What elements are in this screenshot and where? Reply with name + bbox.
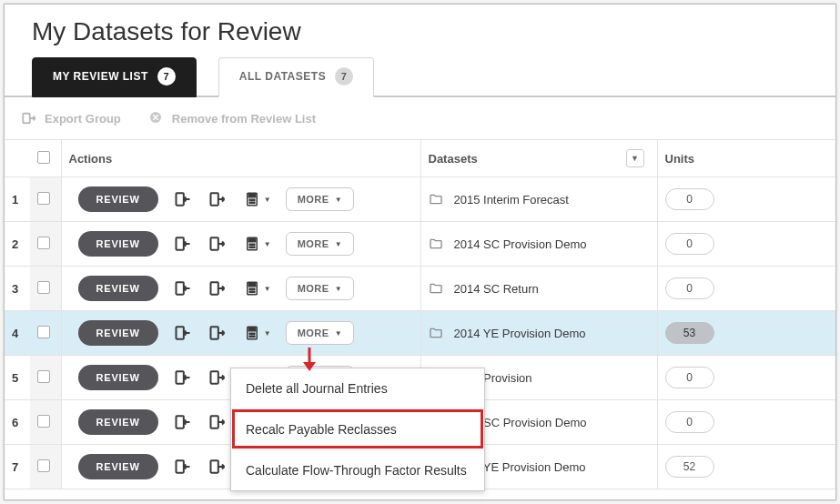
svg-rect-12 xyxy=(176,237,183,249)
row-checkbox[interactable] xyxy=(30,445,61,489)
svg-point-37 xyxy=(251,333,253,335)
svg-point-9 xyxy=(249,202,251,204)
tab-label: ALL DATASETS xyxy=(239,70,326,83)
units-cell: 0 xyxy=(657,222,835,267)
table-row: 2REVIEW▼MORE ▼2014 SC Provision Demo0 xyxy=(5,222,835,267)
svg-point-19 xyxy=(249,247,251,248)
import-icon[interactable] xyxy=(173,412,193,432)
more-button[interactable]: MORE ▼ xyxy=(286,321,354,345)
more-button[interactable]: MORE ▼ xyxy=(286,232,354,256)
import-icon[interactable] xyxy=(173,323,193,343)
table-row: 1REVIEW▼MORE ▼2015 Interim Forecast0 xyxy=(5,177,835,222)
units-pill[interactable]: 52 xyxy=(665,456,714,478)
folder-icon xyxy=(429,326,443,340)
units-cell: 53 xyxy=(657,311,835,356)
units-cell: 52 xyxy=(657,445,835,489)
units-pill[interactable]: 53 xyxy=(665,322,714,344)
row-checkbox[interactable] xyxy=(30,400,61,445)
calculator-dropdown[interactable]: ▼ xyxy=(242,234,271,254)
import-icon[interactable] xyxy=(173,278,193,298)
row-number: 2 xyxy=(5,222,30,267)
calculator-dropdown[interactable]: ▼ xyxy=(242,278,271,298)
svg-point-40 xyxy=(251,336,253,338)
remove-from-review-button[interactable]: Remove from Review List xyxy=(148,110,316,126)
svg-point-8 xyxy=(253,199,255,201)
svg-rect-5 xyxy=(248,195,256,197)
review-button[interactable]: REVIEW xyxy=(78,186,158,212)
dataset-cell[interactable]: 2014 YE Provision Demo xyxy=(420,311,657,356)
row-checkbox[interactable] xyxy=(30,222,61,267)
units-pill[interactable]: 0 xyxy=(665,188,714,210)
row-checkbox[interactable] xyxy=(30,356,61,400)
review-button[interactable]: REVIEW xyxy=(78,409,158,435)
svg-rect-23 xyxy=(210,282,218,294)
units-cell: 0 xyxy=(657,400,835,445)
svg-rect-13 xyxy=(210,237,218,249)
export-icon[interactable] xyxy=(207,368,228,388)
row-checkbox[interactable] xyxy=(30,177,61,222)
chevron-down-icon: ▼ xyxy=(264,329,271,338)
export-icon[interactable] xyxy=(207,412,228,432)
review-button[interactable]: REVIEW xyxy=(78,276,158,301)
export-icon[interactable] xyxy=(207,457,228,477)
units-pill[interactable]: 0 xyxy=(665,233,714,255)
chevron-down-icon: ▼ xyxy=(335,196,342,204)
tab-count-badge: 7 xyxy=(157,67,176,86)
chevron-down-icon: ▼ xyxy=(335,240,342,248)
row-checkbox[interactable] xyxy=(30,311,61,356)
menu-item[interactable]: Calculate Flow-Through Factor Results xyxy=(231,449,484,490)
export-group-button[interactable]: Export Group xyxy=(21,110,121,126)
chevron-down-icon: ▼ xyxy=(264,285,271,293)
review-button[interactable]: REVIEW xyxy=(78,365,158,390)
units-pill[interactable]: 0 xyxy=(665,411,714,433)
export-icon[interactable] xyxy=(207,189,228,209)
export-icon xyxy=(21,110,37,126)
tab-bar: MY REVIEW LIST 7 ALL DATASETS 7 xyxy=(5,55,835,97)
units-pill[interactable]: 0 xyxy=(665,367,714,388)
dataset-name: 2014 SC Provision Demo xyxy=(454,237,587,251)
calculator-dropdown[interactable]: ▼ xyxy=(242,323,271,343)
import-icon[interactable] xyxy=(173,368,193,388)
tab-all-datasets[interactable]: ALL DATASETS 7 xyxy=(218,57,374,97)
svg-point-29 xyxy=(249,291,251,293)
checkbox-icon xyxy=(37,326,50,338)
more-button[interactable]: MORE ▼ xyxy=(286,187,354,211)
import-icon[interactable] xyxy=(173,189,193,209)
svg-rect-42 xyxy=(176,371,183,383)
units-cell: 0 xyxy=(657,177,835,222)
svg-point-21 xyxy=(253,247,255,248)
header-datasets[interactable]: Datasets ▼ xyxy=(420,140,657,177)
dataset-cell[interactable]: 2014 SC Provision Demo xyxy=(420,222,657,267)
svg-point-36 xyxy=(249,333,251,335)
export-icon[interactable] xyxy=(207,234,228,254)
svg-point-31 xyxy=(253,291,255,293)
export-icon[interactable] xyxy=(207,323,228,343)
svg-point-16 xyxy=(249,244,251,246)
dataset-cell[interactable]: 2015 Interim Forecast xyxy=(420,177,657,222)
tab-my-review-list[interactable]: MY REVIEW LIST 7 xyxy=(32,57,197,97)
units-pill[interactable]: 0 xyxy=(665,277,714,299)
chevron-down-icon: ▼ xyxy=(335,285,342,293)
checkbox-icon xyxy=(37,459,50,472)
svg-rect-15 xyxy=(248,239,256,242)
export-icon[interactable] xyxy=(207,278,228,298)
folder-icon xyxy=(429,237,443,251)
menu-item[interactable]: Delete all Journal Entries xyxy=(231,368,484,408)
review-button[interactable]: REVIEW xyxy=(78,231,158,257)
menu-item[interactable]: Recalc Payable Reclasses xyxy=(231,408,484,449)
header-select-all[interactable] xyxy=(30,140,61,177)
review-button[interactable]: REVIEW xyxy=(78,454,158,479)
more-button[interactable]: MORE ▼ xyxy=(286,277,354,300)
svg-point-10 xyxy=(251,202,253,204)
svg-point-7 xyxy=(251,199,253,201)
folder-icon xyxy=(429,192,443,207)
import-icon[interactable] xyxy=(173,234,193,254)
import-icon[interactable] xyxy=(173,457,193,477)
svg-rect-63 xyxy=(210,460,218,472)
row-checkbox[interactable] xyxy=(30,267,61,311)
dataset-cell[interactable]: 2014 SC Return xyxy=(420,267,657,311)
toolbar: Export Group Remove from Review List xyxy=(5,97,835,139)
review-button[interactable]: REVIEW xyxy=(78,320,158,346)
calculator-dropdown[interactable]: ▼ xyxy=(242,189,271,209)
row-number: 7 xyxy=(5,445,30,489)
